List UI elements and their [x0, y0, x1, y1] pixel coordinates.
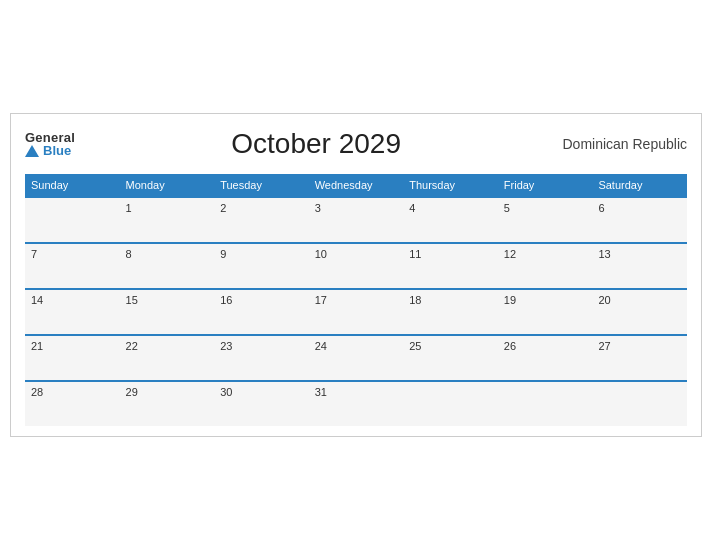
- calendar-cell: 17: [309, 289, 404, 335]
- calendar-body: 1234567891011121314151617181920212223242…: [25, 197, 687, 426]
- weekday-header-friday: Friday: [498, 174, 593, 197]
- calendar-cell: 21: [25, 335, 120, 381]
- calendar-cell: 18: [403, 289, 498, 335]
- calendar-cell: 11: [403, 243, 498, 289]
- weekday-row: SundayMondayTuesdayWednesdayThursdayFrid…: [25, 174, 687, 197]
- calendar-cell: 15: [120, 289, 215, 335]
- calendar-cell: 30: [214, 381, 309, 426]
- calendar-cell: 20: [592, 289, 687, 335]
- calendar-weekdays-header: SundayMondayTuesdayWednesdayThursdayFrid…: [25, 174, 687, 197]
- calendar-cell: 9: [214, 243, 309, 289]
- calendar-cell: 25: [403, 335, 498, 381]
- calendar-cell: 8: [120, 243, 215, 289]
- weekday-header-sunday: Sunday: [25, 174, 120, 197]
- calendar-container: General Blue October 2029 Dominican Repu…: [10, 113, 702, 437]
- calendar-cell: [25, 197, 120, 243]
- calendar-cell: [498, 381, 593, 426]
- week-row-2: 14151617181920: [25, 289, 687, 335]
- calendar-cell: 23: [214, 335, 309, 381]
- calendar-cell: 13: [592, 243, 687, 289]
- logo: General Blue: [25, 131, 75, 157]
- calendar-cell: 27: [592, 335, 687, 381]
- calendar-cell: 29: [120, 381, 215, 426]
- calendar-cell: 14: [25, 289, 120, 335]
- week-row-4: 28293031: [25, 381, 687, 426]
- logo-blue-row: Blue: [25, 144, 71, 157]
- calendar-country: Dominican Republic: [557, 136, 687, 152]
- calendar-cell: 12: [498, 243, 593, 289]
- weekday-header-thursday: Thursday: [403, 174, 498, 197]
- calendar-cell: 1: [120, 197, 215, 243]
- calendar-cell: 26: [498, 335, 593, 381]
- week-row-0: 123456: [25, 197, 687, 243]
- calendar-cell: [592, 381, 687, 426]
- weekday-header-monday: Monday: [120, 174, 215, 197]
- calendar-cell: 19: [498, 289, 593, 335]
- calendar-cell: 4: [403, 197, 498, 243]
- weekday-header-tuesday: Tuesday: [214, 174, 309, 197]
- calendar-cell: 7: [25, 243, 120, 289]
- logo-triangle-icon: [25, 145, 39, 157]
- calendar-cell: 22: [120, 335, 215, 381]
- calendar-header: General Blue October 2029 Dominican Repu…: [25, 128, 687, 160]
- calendar-cell: 28: [25, 381, 120, 426]
- calendar-cell: 6: [592, 197, 687, 243]
- calendar-cell: 10: [309, 243, 404, 289]
- calendar-cell: 5: [498, 197, 593, 243]
- weekday-header-saturday: Saturday: [592, 174, 687, 197]
- calendar-cell: 31: [309, 381, 404, 426]
- calendar-cell: 24: [309, 335, 404, 381]
- calendar-cell: 2: [214, 197, 309, 243]
- calendar-cell: 16: [214, 289, 309, 335]
- logo-blue-text: Blue: [43, 144, 71, 157]
- weekday-header-wednesday: Wednesday: [309, 174, 404, 197]
- calendar-title: October 2029: [75, 128, 557, 160]
- week-row-3: 21222324252627: [25, 335, 687, 381]
- calendar-cell: [403, 381, 498, 426]
- week-row-1: 78910111213: [25, 243, 687, 289]
- calendar-grid: SundayMondayTuesdayWednesdayThursdayFrid…: [25, 174, 687, 426]
- calendar-cell: 3: [309, 197, 404, 243]
